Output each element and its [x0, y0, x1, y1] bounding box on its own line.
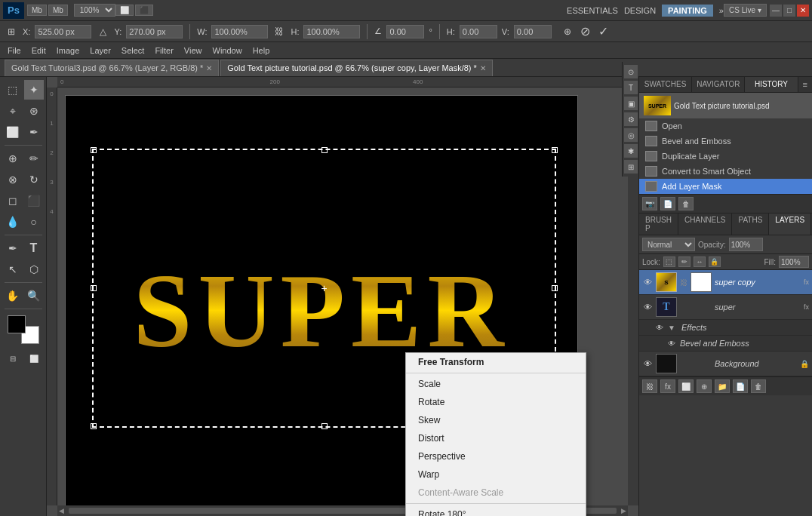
menu-layer[interactable]: Layer — [85, 45, 115, 57]
close-button[interactable]: ✕ — [797, 5, 809, 17]
layer-link-btn[interactable]: ⛓ — [642, 379, 657, 393]
gradient-tool[interactable]: ⬛ — [24, 191, 44, 210]
side-icon-2[interactable]: T — [624, 81, 638, 94]
zoom-select[interactable]: 100% 66.7% 50% — [74, 4, 115, 17]
ctx-distort[interactable]: Distort — [406, 429, 586, 447]
ctx-rotate-180[interactable]: Rotate 180° — [406, 505, 586, 516]
nav-right-arrow[interactable]: ▶ — [621, 507, 626, 514]
tab-navigator[interactable]: NAVIGATOR — [692, 77, 745, 92]
healing-brush-tool[interactable]: ⊕ — [3, 149, 23, 168]
history-item-convert[interactable]: Convert to Smart Object — [639, 164, 812, 179]
menu-image[interactable]: Image — [52, 45, 85, 57]
lock-all-btn[interactable]: 🔒 — [709, 256, 721, 267]
tab-2-close[interactable]: ✕ — [480, 64, 486, 72]
view-mode-2[interactable]: ⬛ — [135, 5, 153, 16]
quick-select-tool[interactable]: ⊛ — [24, 101, 44, 121]
lock-image-btn[interactable]: ✏ — [678, 256, 691, 267]
pen-tool[interactable]: ✒ — [3, 238, 23, 258]
zoom-tool[interactable]: 🔍 — [24, 286, 44, 306]
nav-painting[interactable]: PAINTING — [662, 5, 713, 17]
hand-tool[interactable]: ✋ — [3, 286, 23, 306]
layer-row-super[interactable]: 👁 T super fx — [639, 295, 812, 320]
tab-history[interactable]: HISTORY — [745, 77, 798, 92]
move-tool[interactable]: ✦ — [24, 80, 44, 100]
menu-help[interactable]: Help — [248, 45, 275, 57]
layer-row-background[interactable]: 👁 Background 🔒 — [639, 352, 812, 376]
panel-menu-arrow[interactable]: ≡ — [798, 77, 812, 92]
rotation-input[interactable] — [386, 25, 424, 38]
view-mode-1[interactable]: ⬜ — [115, 5, 134, 16]
history-new-doc-btn[interactable]: 📄 — [660, 197, 675, 210]
blur-tool[interactable]: 💧 — [3, 212, 23, 232]
maximize-button[interactable]: □ — [783, 5, 795, 17]
effects-arrow-icon[interactable]: ▼ — [668, 324, 675, 332]
h2-input[interactable] — [460, 25, 497, 38]
bevel-visibility-icon[interactable]: 👁 — [666, 338, 677, 349]
opacity-input[interactable] — [729, 238, 763, 251]
history-new-snapshot-btn[interactable]: 📷 — [642, 197, 657, 210]
eyedropper-tool[interactable]: ✒ — [24, 122, 44, 142]
cs-live-button[interactable]: CS Live ▾ — [724, 4, 767, 17]
brush-tool[interactable]: ✏ — [24, 149, 44, 168]
side-icon-7[interactable]: ⊞ — [624, 160, 638, 174]
layer-row-super-copy[interactable]: 👁 S ⛓ super copy fx — [639, 270, 812, 295]
anchor-icon[interactable]: ⊕ — [561, 25, 574, 38]
menu-window[interactable]: Window — [208, 45, 247, 57]
ctx-scale[interactable]: Scale — [406, 375, 586, 393]
accept-transform-icon[interactable]: ✓ — [597, 25, 611, 38]
foreground-color-swatch[interactable] — [8, 315, 26, 333]
menu-file[interactable]: File — [3, 45, 26, 57]
nav-left-arrow[interactable]: ◀ — [59, 507, 64, 514]
y-input[interactable] — [126, 25, 183, 38]
tab-channels[interactable]: CHANNELS — [678, 213, 732, 235]
blend-mode-select[interactable]: Normal — [642, 238, 695, 251]
quick-mask-tool[interactable]: ⊟ — [3, 349, 23, 368]
layer-mask-btn[interactable]: ⬜ — [678, 379, 694, 393]
clone-stamp-tool[interactable]: ⊗ — [3, 170, 23, 189]
history-item-duplicate[interactable]: Duplicate Layer — [639, 149, 812, 164]
side-icon-1[interactable]: ⊙ — [624, 65, 638, 78]
menu-select[interactable]: Select — [117, 45, 149, 57]
tab-brush-presets[interactable]: BRUSH P — [639, 213, 678, 235]
tab-1-close[interactable]: ✕ — [206, 64, 212, 72]
link-icon[interactable]: ⛓ — [272, 25, 286, 38]
history-item-bevel[interactable]: Bevel and Emboss — [639, 134, 812, 149]
lock-position-btn[interactable]: ↔ — [694, 256, 706, 267]
history-item-addmask[interactable]: Add Layer Mask — [639, 179, 812, 194]
menu-filter[interactable]: Filter — [150, 45, 177, 57]
layer-adjustment-btn[interactable]: ⊕ — [697, 379, 712, 393]
tab-paths[interactable]: PATHS — [732, 213, 769, 235]
type-tool[interactable]: T — [24, 238, 44, 258]
w-input[interactable] — [211, 25, 268, 38]
h-input[interactable] — [303, 25, 360, 38]
shape-tool[interactable]: ⬡ — [24, 260, 44, 279]
layer-delete-btn[interactable]: 🗑 — [751, 379, 766, 393]
ctx-rotate[interactable]: Rotate — [406, 393, 586, 411]
side-icon-5[interactable]: ◎ — [624, 128, 638, 142]
layer-visibility-super[interactable]: 👁 — [642, 302, 653, 312]
tab-swatches[interactable]: SWATCHES — [639, 77, 692, 92]
nav-design[interactable]: DESIGN — [624, 6, 656, 15]
menu-view[interactable]: View — [180, 45, 207, 57]
tab-layers[interactable]: LAYERS — [769, 213, 811, 235]
layer-group-btn[interactable]: 📁 — [715, 379, 730, 393]
side-icon-4[interactable]: ⚙ — [624, 112, 638, 126]
mode-btn-1[interactable]: Mb — [27, 5, 47, 16]
layer-new-btn[interactable]: 📄 — [733, 379, 748, 393]
layer-effects-btn[interactable]: fx — [660, 379, 675, 393]
crop-tool[interactable]: ⬜ — [3, 122, 23, 142]
lasso-tool[interactable]: ⌖ — [3, 101, 23, 121]
tab-2[interactable]: Gold Text picture tutorial.psd @ 66.7% (… — [220, 60, 493, 76]
mode-btn-2[interactable]: Mb — [48, 5, 68, 16]
path-selection-tool[interactable]: ↖ — [3, 260, 23, 279]
eraser-tool[interactable]: ◻ — [3, 191, 23, 210]
ctx-free-transform[interactable]: Free Transform — [406, 353, 586, 371]
layer-visibility-super-copy[interactable]: 👁 — [642, 277, 653, 287]
cancel-transform-icon[interactable]: ⊘ — [579, 25, 592, 38]
ctx-warp[interactable]: Warp — [406, 465, 586, 484]
history-delete-btn[interactable]: 🗑 — [678, 197, 694, 210]
menu-edit[interactable]: Edit — [27, 45, 51, 57]
layer-visibility-background[interactable]: 👁 — [642, 358, 653, 369]
side-icon-3[interactable]: ▣ — [624, 97, 638, 110]
v-input[interactable] — [514, 25, 552, 38]
